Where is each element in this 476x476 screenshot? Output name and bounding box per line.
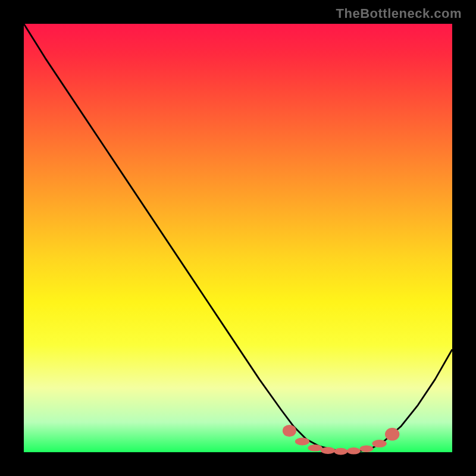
plot-svg [24, 24, 452, 452]
minimum-marker [321, 447, 335, 454]
minimum-marker [334, 448, 347, 455]
minimum-markers-group [283, 425, 400, 455]
watermark-text: TheBottleneck.com [336, 6, 462, 21]
minimum-marker [360, 445, 374, 452]
minimum-marker [372, 440, 386, 447]
minimum-marker [385, 428, 399, 441]
minimum-marker [283, 425, 296, 437]
minimum-marker [295, 438, 309, 446]
minimum-marker [347, 447, 361, 455]
bottleneck-curve [24, 24, 452, 452]
minimum-marker [308, 444, 322, 452]
